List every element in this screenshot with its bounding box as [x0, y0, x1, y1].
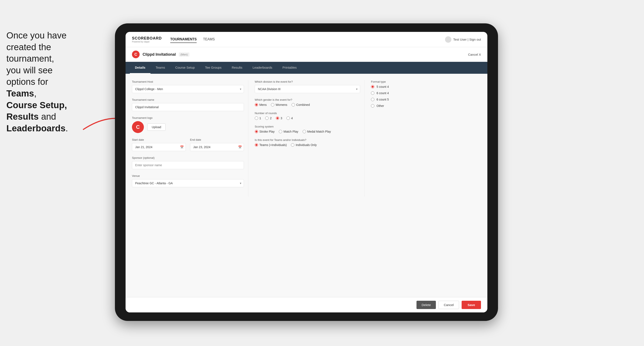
form-col-middle: Which division is the event for? NCAA Di… — [248, 80, 365, 197]
teams-radio-group: Teams (+Individuals) Individuals Only — [255, 143, 360, 147]
division-label: Which division is the event for? — [255, 80, 360, 83]
nav-links: TOURNAMENTS TEAMS — [170, 36, 445, 43]
delete-button[interactable]: Delete — [416, 301, 436, 309]
logo-title: SCOREBOARD — [132, 36, 162, 41]
save-button[interactable]: Save — [462, 301, 481, 309]
tab-printables[interactable]: Printables — [277, 62, 302, 74]
individuals-only[interactable]: Individuals Only — [291, 143, 317, 147]
logo-circle: C — [132, 121, 144, 133]
end-date-label: End date — [190, 138, 244, 141]
rounds-4[interactable]: 4 — [286, 117, 293, 120]
cancel-button[interactable]: Cancel — [438, 301, 459, 309]
venue-label: Venue — [132, 174, 244, 177]
host-label: Tournament Host — [132, 80, 244, 83]
tournament-name: Clippd Invitational — [142, 52, 176, 57]
scoring-medal[interactable]: Medal Match Play — [303, 130, 331, 133]
rounds-group: Number of rounds 1 2 — [255, 112, 360, 120]
venue-select[interactable]: Peachtree GC - Atlanta - GA — [132, 179, 244, 187]
format-6count5[interactable]: 6 count 5 — [371, 98, 481, 101]
gender-radio-group: Mens Womens Combined — [255, 103, 360, 107]
tournament-title-row: C Clippd Invitational (Men) — [132, 51, 190, 58]
bottom-bar: Delete Cancel Save — [126, 297, 487, 312]
tablet-screen: SCOREBOARD Powered by clippd TOURNAMENTS… — [126, 32, 487, 312]
tab-leaderboards[interactable]: Leaderboards — [248, 62, 278, 74]
sponsor-label: Sponsor (optional) — [132, 156, 244, 160]
start-date-label: Start date — [132, 138, 186, 141]
end-date-input[interactable] — [190, 143, 244, 151]
gender-combined[interactable]: Combined — [292, 103, 310, 107]
logo-group: Tournament logo C Upload — [132, 116, 244, 133]
main-content: Tournament Host Clippd College - Men Tou… — [126, 74, 487, 297]
format-group: Format type 5 count 4 6 count 4 — [371, 80, 481, 108]
tab-results[interactable]: Results — [227, 62, 248, 74]
format-other[interactable]: Other — [371, 104, 481, 108]
gender-womens[interactable]: Womens — [271, 103, 287, 107]
nav-tournaments[interactable]: TOURNAMENTS — [170, 36, 197, 43]
end-date-group: End date — [190, 138, 244, 151]
division-group: Which division is the event for? NCAA Di… — [255, 80, 360, 93]
tab-course-setup[interactable]: Course Setup — [170, 62, 200, 74]
nav-teams[interactable]: TEAMS — [203, 36, 215, 43]
logo-label: Tournament logo — [132, 116, 244, 119]
rounds-2[interactable]: 2 — [265, 117, 272, 120]
tab-teams[interactable]: Teams — [150, 62, 170, 74]
sponsor-group: Sponsor (optional) — [132, 156, 244, 169]
top-nav: SCOREBOARD Powered by clippd TOURNAMENTS… — [126, 32, 487, 47]
scoring-group: Scoring system Stroke Play Match Play — [255, 125, 360, 133]
start-date-input[interactable] — [132, 143, 186, 151]
scoring-stroke[interactable]: Stroke Play — [255, 130, 275, 133]
venue-group: Venue Peachtree GC - Atlanta - GA — [132, 174, 244, 187]
format-label: Format type — [371, 80, 481, 83]
cancel-button-top[interactable]: Cancel X — [468, 53, 481, 56]
date-row: Start date End date — [132, 138, 244, 156]
teams-plus-individuals[interactable]: Teams (+Individuals) — [255, 143, 287, 147]
rounds-3[interactable]: 3 — [276, 117, 282, 120]
user-area: Test User | Sign out — [445, 36, 481, 43]
tab-tee-groups[interactable]: Tee Groups — [200, 62, 227, 74]
teams-group: Is this event for Teams and/or Individua… — [255, 138, 360, 147]
format-5count4[interactable]: 5 count 4 — [371, 85, 481, 88]
rounds-1[interactable]: 1 — [255, 117, 261, 120]
upload-button[interactable]: Upload — [147, 124, 166, 131]
host-select[interactable]: Clippd College - Men — [132, 85, 244, 93]
gender-mens[interactable]: Mens — [255, 103, 267, 107]
intro-text: Once you have created the tournament, yo… — [0, 25, 98, 138]
gender-label: Which gender is the event for? — [255, 98, 360, 101]
logo-upload-area: C Upload — [132, 121, 244, 133]
teams-label: Is this event for Teams and/or Individua… — [255, 138, 360, 142]
form-col-right: Format type 5 count 4 6 count 4 — [364, 80, 481, 197]
tablet-frame: SCOREBOARD Powered by clippd TOURNAMENTS… — [115, 23, 498, 321]
logo-area: SCOREBOARD Powered by clippd — [132, 36, 162, 43]
tournament-icon: C — [132, 51, 140, 58]
format-6count4[interactable]: 6 count 4 — [371, 91, 481, 95]
form-col-left: Tournament Host Clippd College - Men Tou… — [132, 80, 248, 197]
logo-subtitle: Powered by clippd — [132, 41, 162, 43]
sponsor-input[interactable] — [132, 161, 244, 169]
name-input[interactable] — [132, 103, 244, 111]
scoring-match[interactable]: Match Play — [279, 130, 298, 133]
tournament-badge: (Men) — [179, 52, 190, 56]
scoring-radio-group: Stroke Play Match Play Medal Match Play — [255, 130, 360, 133]
division-select[interactable]: NCAA Division III — [255, 85, 360, 93]
tournament-header: C Clippd Invitational (Men) Cancel X — [126, 47, 487, 62]
name-group: Tournament name — [132, 98, 244, 111]
user-avatar — [445, 36, 452, 43]
start-date-group: Start date — [132, 138, 186, 151]
format-radio-group: 5 count 4 6 count 4 6 count 5 — [371, 85, 481, 108]
tab-details[interactable]: Details — [130, 62, 150, 74]
sub-tabs: Details Teams Course Setup Tee Groups Re… — [126, 62, 487, 74]
name-label: Tournament name — [132, 98, 244, 101]
scoring-label: Scoring system — [255, 125, 360, 128]
rounds-radio-group: 1 2 3 4 — [255, 117, 360, 120]
gender-group: Which gender is the event for? Mens Wome… — [255, 98, 360, 107]
rounds-label: Number of rounds — [255, 112, 360, 115]
user-label[interactable]: Test User | Sign out — [453, 38, 481, 41]
host-group: Tournament Host Clippd College - Men — [132, 80, 244, 93]
form-grid: Tournament Host Clippd College - Men Tou… — [132, 80, 481, 197]
